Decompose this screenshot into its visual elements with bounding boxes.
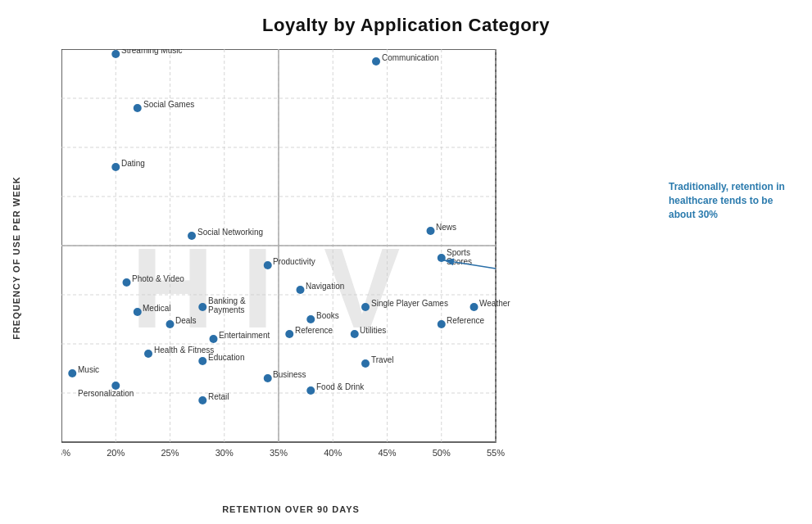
- dot-deals: [166, 320, 175, 328]
- svg-text:35%: 35%: [270, 448, 288, 458]
- label-banking-payments2: Payments: [208, 305, 244, 314]
- svg-text:25%: 25%: [161, 448, 179, 458]
- label-music: Music: [78, 365, 99, 374]
- label-reference-left: Reference: [295, 326, 333, 335]
- label-reference-right: Reference: [447, 316, 485, 325]
- label-dating: Dating: [121, 159, 145, 168]
- svg-text:15%: 15%: [61, 448, 70, 458]
- dot-photo-video: [123, 278, 131, 287]
- dot-banking-payments: [198, 303, 206, 311]
- dot-reference-left: [285, 330, 293, 338]
- svg-text:45%: 45%: [378, 448, 396, 458]
- svg-text:H: H: [131, 224, 214, 352]
- dot-food-drink: [306, 386, 315, 395]
- label-sports-scores: Sports: [447, 248, 470, 257]
- label-utilities: Utilities: [360, 326, 386, 335]
- label-weather: Weather: [479, 299, 510, 308]
- label-single-player-games: Single Player Games: [371, 299, 448, 308]
- svg-text:55%: 55%: [487, 448, 505, 458]
- label-social-networking: Social Networking: [197, 228, 263, 237]
- label-education: Education: [208, 353, 244, 362]
- label-social-games: Social Games: [143, 100, 194, 109]
- annotation-box: Traditionally, retention in healthcare t…: [669, 180, 796, 221]
- dot-business: [264, 374, 272, 382]
- dot-news: [427, 227, 435, 235]
- dot-reference-right: [438, 320, 446, 328]
- label-news: News: [436, 223, 456, 232]
- dot-social-games: [134, 104, 142, 112]
- chart-svg: H I V: [61, 49, 520, 467]
- label-streaming-music: Streaming Music: [121, 49, 182, 55]
- dot-entertainment: [210, 335, 218, 343]
- label-deals: Deals: [175, 316, 197, 325]
- chart-area: H I V: [61, 49, 520, 467]
- label-communication: Communication: [382, 53, 438, 62]
- dot-retail: [198, 396, 206, 404]
- svg-text:20%: 20%: [107, 448, 125, 458]
- dot-social-networking: [188, 232, 196, 240]
- dot-dating: [111, 163, 120, 171]
- dot-medical: [134, 308, 142, 316]
- label-retail: Retail: [208, 392, 229, 401]
- svg-text:40%: 40%: [324, 448, 342, 458]
- dot-weather: [470, 303, 479, 311]
- y-axis-label: FREQUENCY OF USE PER WEEK: [8, 49, 25, 467]
- dot-books: [306, 315, 315, 323]
- label-business: Business: [273, 370, 306, 379]
- svg-text:50%: 50%: [433, 448, 451, 458]
- svg-text:30%: 30%: [215, 448, 234, 458]
- label-health-fitness: Health & Fitness: [154, 346, 214, 355]
- dot-health-fitness: [144, 350, 152, 358]
- dot-education: [198, 357, 206, 365]
- label-books: Books: [316, 311, 339, 320]
- label-food-drink: Food & Drink: [316, 382, 365, 391]
- label-personalization: Personalization: [78, 389, 134, 398]
- label-travel: Travel: [371, 355, 393, 364]
- dot-productivity: [264, 261, 272, 269]
- dot-communication: [372, 57, 380, 66]
- label-productivity: Productivity: [273, 257, 315, 266]
- label-photo-video: Photo & Video: [132, 274, 184, 283]
- dot-streaming-music: [111, 50, 120, 58]
- label-medical: Medical: [143, 304, 170, 313]
- chart-title: Loyalty by Application Category: [0, 0, 812, 36]
- dot-travel: [361, 359, 370, 368]
- label-entertainment: Entertainment: [219, 331, 270, 340]
- dot-music: [68, 369, 76, 377]
- dot-navigation: [297, 286, 305, 294]
- chart-container: Loyalty by Application Category FREQUENC…: [0, 0, 812, 524]
- label-navigation: Navigation: [306, 282, 344, 291]
- label-banking-payments: Banking &: [208, 296, 246, 305]
- dot-single-player-games: [361, 303, 370, 311]
- dot-utilities: [351, 330, 359, 338]
- x-axis-label: RETENTION OVER 90 DAYS: [61, 504, 520, 514]
